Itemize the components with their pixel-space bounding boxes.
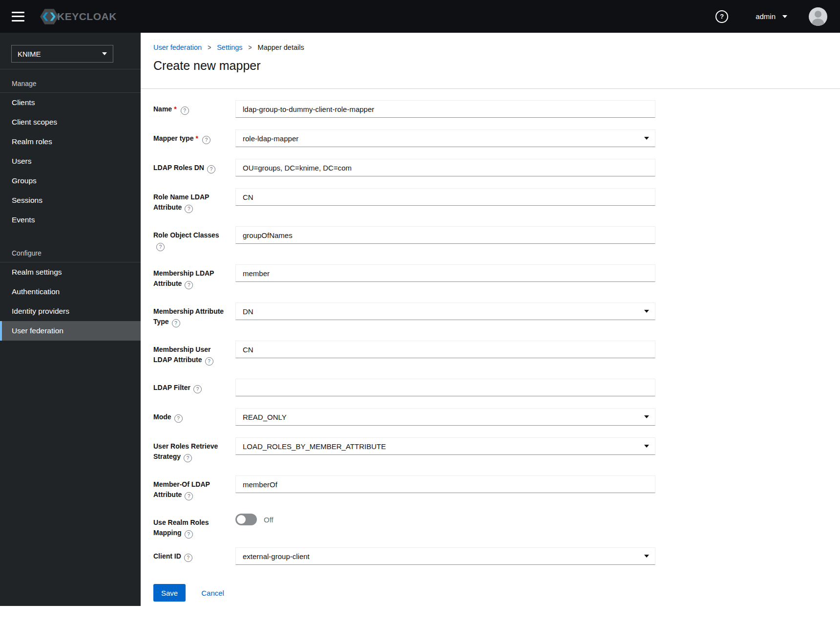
help-icon[interactable]: ? <box>185 492 193 500</box>
help-circle-icon[interactable]: ? <box>715 10 728 23</box>
ldap-roles-dn-input[interactable] <box>235 159 655 176</box>
main-content: User federation > Settings > Mapper deta… <box>141 33 840 626</box>
field-control <box>235 264 655 282</box>
field-row-membership-attribute-type: Membership Attribute Type? DN <box>153 302 655 320</box>
caret-down-icon <box>102 52 107 55</box>
sidebar-item-client-scopes[interactable]: Client scopes <box>0 112 141 132</box>
sidebar-item-identity-providers[interactable]: Identity providers <box>0 302 141 321</box>
help-icon[interactable]: ? <box>181 107 189 115</box>
field-control <box>235 188 655 206</box>
sidebar-item-events[interactable]: Events <box>0 210 141 230</box>
help-icon[interactable]: ? <box>185 205 193 213</box>
select-value: external-group-client <box>243 552 310 561</box>
role-name-ldap-attribute-input[interactable] <box>235 188 655 206</box>
field-label: LDAP Filter? <box>153 379 227 393</box>
field-control: READ_ONLY <box>235 408 655 426</box>
help-icon[interactable]: ? <box>184 554 192 562</box>
mapper-type-select[interactable]: role-ldap-mapper <box>235 130 655 147</box>
help-icon[interactable]: ? <box>184 454 192 462</box>
role-object-classes-input[interactable] <box>235 226 655 244</box>
sidebar-item-users[interactable]: Users <box>0 151 141 171</box>
help-icon[interactable]: ? <box>207 165 215 173</box>
field-control: DN <box>235 302 655 320</box>
field-row-membership-user-ldap-attribute: Membership User LDAP Attribute? <box>153 341 655 358</box>
sidebar-item-authentication[interactable]: Authentication <box>0 282 141 302</box>
field-label: Mode? <box>153 408 227 423</box>
keycloak-logo[interactable]: KEYCLOAK <box>39 6 117 27</box>
help-icon[interactable]: ? <box>156 243 165 251</box>
cancel-link[interactable]: Cancel <box>201 589 224 597</box>
field-label: Name*? <box>153 100 227 115</box>
breadcrumb-settings[interactable]: Settings <box>217 43 242 51</box>
avatar[interactable] <box>809 7 827 26</box>
field-row-mapper-type: Mapper type*? role-ldap-mapper <box>153 130 655 147</box>
sidebar-item-user-federation[interactable]: User federation <box>0 321 141 341</box>
field-label: Membership User LDAP Attribute? <box>153 341 227 366</box>
field-row-ldap-roles-dn: LDAP Roles DN? <box>153 159 655 176</box>
sidebar-item-realm-roles[interactable]: Realm roles <box>0 132 141 151</box>
select-value: LOAD_ROLES_BY_MEMBER_ATTRIBUTE <box>243 442 386 451</box>
membership-ldap-attribute-input[interactable] <box>235 264 655 282</box>
field-control: LOAD_ROLES_BY_MEMBER_ATTRIBUTE <box>235 437 655 455</box>
sidebar-item-sessions[interactable]: Sessions <box>0 191 141 210</box>
field-control <box>235 100 655 118</box>
field-row-member-of-ldap-attribute: Member-Of LDAP Attribute? <box>153 475 655 493</box>
field-label: Membership Attribute Type? <box>153 302 227 327</box>
member-of-ldap-attribute-input[interactable] <box>235 475 655 493</box>
nav-group-title: Manage <box>0 69 141 92</box>
field-row-name: Name*? <box>153 100 655 118</box>
field-label: Membership LDAP Attribute? <box>153 264 227 289</box>
help-icon[interactable]: ? <box>172 319 180 327</box>
field-label: Role Object Classes? <box>153 226 227 251</box>
toggle-control: Off <box>235 514 655 525</box>
help-icon[interactable]: ? <box>193 385 202 393</box>
caret-down-icon <box>644 310 649 313</box>
field-row-role-name-ldap-attribute: Role Name LDAP Attribute? <box>153 188 655 206</box>
sidebar-item-clients[interactable]: Clients <box>0 93 141 112</box>
avatar-person-icon <box>815 11 821 18</box>
field-row-role-object-classes: Role Object Classes? <box>153 226 655 244</box>
breadcrumb-user-federation[interactable]: User federation <box>153 43 202 51</box>
membership-attribute-type-select[interactable]: DN <box>235 302 655 320</box>
field-row-user-roles-retrieve-strategy: User Roles Retrieve Strategy? LOAD_ROLES… <box>153 437 655 455</box>
realm-selector[interactable]: KNIME <box>11 45 113 63</box>
mode-select[interactable]: READ_ONLY <box>235 408 655 426</box>
user-menu[interactable]: admin <box>756 12 787 21</box>
field-control <box>235 159 655 176</box>
save-button[interactable]: Save <box>153 584 186 602</box>
help-icon[interactable]: ? <box>174 414 183 423</box>
field-label: Use Realm Roles Mapping? <box>153 514 227 539</box>
ldap-filter-input[interactable] <box>235 379 655 396</box>
chevron-right-icon: > <box>249 43 252 52</box>
help-icon[interactable]: ? <box>185 281 193 289</box>
brand-text: KEYCLOAK <box>57 11 117 22</box>
masthead: KEYCLOAK ? admin <box>0 0 840 33</box>
field-label: LDAP Roles DN? <box>153 159 227 173</box>
sidebar-item-groups[interactable]: Groups <box>0 171 141 191</box>
field-row-mode: Mode? READ_ONLY <box>153 408 655 426</box>
field-control <box>235 379 655 396</box>
field-label: Mapper type*? <box>153 130 227 144</box>
keycloak-admin-console: KEYCLOAK ? admin KNIME Manage Clients Cl… <box>0 0 840 626</box>
masthead-toolbar: ? admin <box>715 7 827 26</box>
sidebar-item-realm-settings[interactable]: Realm settings <box>0 262 141 282</box>
select-value: DN <box>243 307 253 316</box>
help-icon[interactable]: ? <box>185 530 193 539</box>
field-label: Client ID? <box>153 547 227 562</box>
name-input[interactable] <box>235 100 655 118</box>
field-label: Role Name LDAP Attribute? <box>153 188 227 213</box>
mapper-form: Name*? Mapper type*? role-ldap-mapper LD… <box>153 88 655 626</box>
form-actions: Save Cancel <box>153 584 224 602</box>
sidebar: KNIME Manage Clients Client scopes Realm… <box>0 33 141 606</box>
use-realm-roles-mapping-toggle[interactable] <box>235 514 257 525</box>
user-roles-retrieve-strategy-select[interactable]: LOAD_ROLES_BY_MEMBER_ATTRIBUTE <box>235 437 655 455</box>
help-icon[interactable]: ? <box>205 357 213 366</box>
caret-down-icon <box>782 15 787 18</box>
required-asterisk: * <box>195 134 198 142</box>
help-icon[interactable]: ? <box>202 136 210 144</box>
membership-user-ldap-attribute-input[interactable] <box>235 341 655 358</box>
caret-down-icon <box>644 445 649 448</box>
field-label: User Roles Retrieve Strategy? <box>153 437 227 462</box>
client-id-select[interactable]: external-group-client <box>235 547 655 565</box>
hamburger-menu-icon[interactable] <box>12 12 24 22</box>
